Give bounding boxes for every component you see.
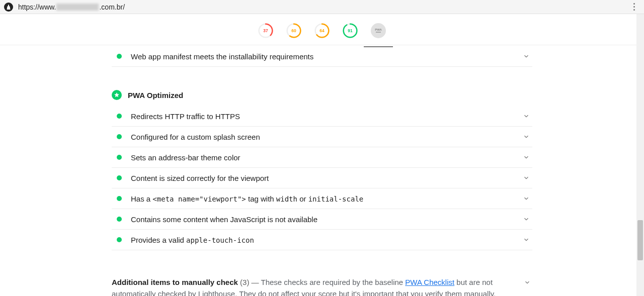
svg-text:60: 60	[291, 28, 296, 33]
pass-dot-icon	[117, 54, 122, 59]
pwa-gauge-dash-icon	[376, 32, 381, 33]
manual-checks-block[interactable]: Additional items to manually check (3) —…	[112, 276, 532, 296]
audit-row[interactable]: Redirects HTTP traffic to HTTPS	[112, 106, 532, 127]
audit-row[interactable]: Configured for a custom splash screen	[112, 127, 532, 147]
manual-heading: Additional items to manually check	[112, 278, 238, 286]
gauge-accessibility[interactable]: 60	[286, 23, 301, 38]
section-title: PWA Optimized	[128, 91, 183, 100]
audit-list: Redirects HTTP traffic to HTTPSConfigure…	[112, 106, 532, 250]
audit-row[interactable]: Has a <meta name="viewport"> tag with wi…	[112, 188, 532, 209]
pwa-gauge-label: PWA	[375, 28, 382, 31]
pwa-checklist-link[interactable]: PWA Checklist	[405, 278, 454, 286]
pass-dot-icon	[117, 114, 122, 119]
more-menu-icon[interactable]	[628, 1, 640, 13]
chevron-down-icon	[521, 132, 531, 142]
chevron-down-icon	[521, 193, 531, 204]
section-header-pwa-optimized: PWA Optimized	[112, 81, 532, 106]
pass-dot-icon	[117, 175, 122, 180]
scrollbar-thumb[interactable]	[637, 220, 643, 260]
report-content: Web app manifest meets the installabilit…	[112, 45, 532, 296]
pass-dot-icon	[117, 237, 122, 242]
audit-row-installable[interactable]: Web app manifest meets the installabilit…	[112, 46, 532, 67]
audit-title: Provides a valid apple-touch-icon	[131, 236, 517, 244]
chevron-down-icon	[521, 235, 531, 245]
page-url: https://www. .com.br/	[18, 3, 125, 11]
active-tab-underline	[364, 46, 393, 47]
gauge-seo[interactable]: 91	[343, 23, 358, 38]
audit-title: Contains some content when JavaScript is…	[131, 215, 517, 224]
url-suffix: .com.br/	[99, 3, 125, 11]
audit-title: Configured for a custom splash screen	[131, 133, 517, 141]
svg-text:91: 91	[348, 28, 353, 33]
chevron-down-icon	[521, 152, 531, 162]
audit-title: Web app manifest meets the installabilit…	[131, 52, 517, 61]
audit-title: Sets an address-bar theme color	[131, 153, 517, 162]
pass-dot-icon	[117, 196, 122, 201]
chevron-down-icon	[522, 277, 532, 287]
pass-dot-icon	[117, 134, 122, 139]
top-bar: https://www. .com.br/	[0, 0, 644, 14]
manual-count: (3)	[240, 278, 249, 286]
chevron-down-icon	[521, 214, 531, 224]
chevron-down-icon	[521, 111, 531, 121]
svg-text:37: 37	[263, 28, 268, 33]
audit-title: Content is sized correctly for the viewp…	[131, 174, 517, 182]
audit-row[interactable]: Sets an address-bar theme color	[112, 147, 532, 168]
audit-row[interactable]: Content is sized correctly for the viewp…	[112, 168, 532, 188]
manual-checks-text: Additional items to manually check (3) —…	[112, 276, 518, 296]
audit-row[interactable]: Provides a valid apple-touch-icon	[112, 230, 532, 250]
svg-text:64: 64	[319, 28, 325, 33]
url-redacted	[56, 4, 99, 11]
pass-dot-icon	[117, 155, 122, 160]
manual-desc-pre: These checks are required by the baselin…	[261, 278, 406, 286]
chevron-down-icon	[521, 51, 531, 61]
scores-bar: 37 60 64 91 PWA	[0, 14, 644, 45]
gauge-best-practices[interactable]: 64	[314, 23, 330, 38]
gauge-performance[interactable]: 37	[258, 23, 273, 38]
manual-dash: —	[252, 278, 261, 286]
chevron-down-icon	[521, 173, 531, 183]
audit-title: Redirects HTTP traffic to HTTPS	[131, 112, 517, 121]
audit-title: Has a <meta name="viewport"> tag with wi…	[131, 194, 517, 203]
pass-dot-icon	[117, 217, 122, 222]
gauge-pwa[interactable]: PWA	[371, 23, 386, 38]
scrollbar-track[interactable]	[636, 14, 644, 296]
star-badge-icon	[112, 90, 122, 100]
audit-row[interactable]: Contains some content when JavaScript is…	[112, 209, 532, 230]
lighthouse-logo-icon	[4, 3, 13, 12]
url-prefix: https://www.	[18, 3, 56, 11]
